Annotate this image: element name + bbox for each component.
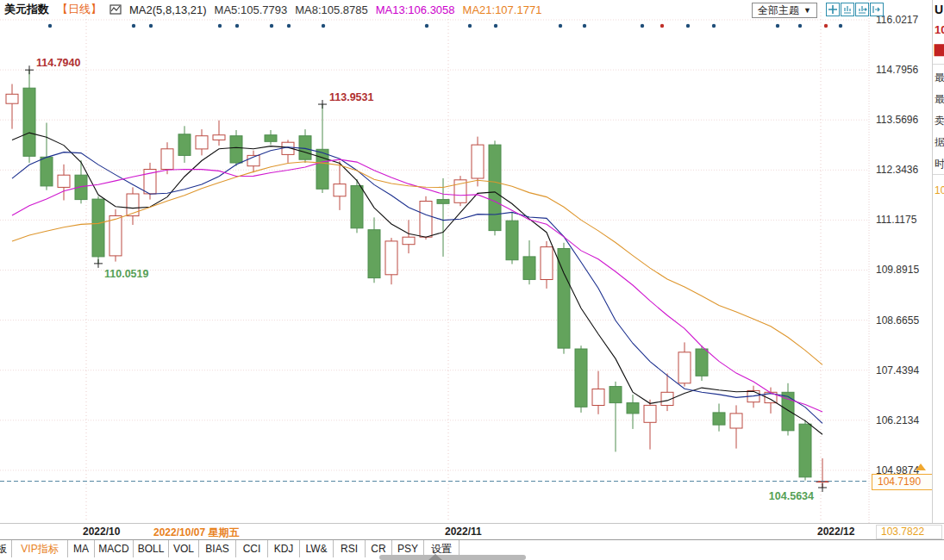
y-axis-label: 106.2134 xyxy=(876,414,919,426)
candle-body[interactable] xyxy=(644,405,656,422)
candle-body[interactable] xyxy=(678,352,691,383)
candle-body[interactable] xyxy=(127,194,139,216)
candle-body[interactable] xyxy=(58,175,70,187)
indicator-tab-rsi[interactable]: RSI xyxy=(334,540,366,557)
quote-panel-fragment: 时 xyxy=(935,157,944,171)
candle-body[interactable] xyxy=(696,349,708,376)
theme-dropdown-button[interactable]: 全部主题 ▼ xyxy=(752,3,817,18)
candle-body[interactable] xyxy=(592,389,604,406)
event-dot[interactable] xyxy=(132,24,135,28)
price-annotation: 113.9531 xyxy=(329,91,373,103)
indicator-tab-bias[interactable]: BIAS xyxy=(199,540,236,557)
event-dot[interactable] xyxy=(48,24,52,28)
event-dot[interactable] xyxy=(468,24,472,28)
candle-body[interactable] xyxy=(178,134,191,156)
candle-body[interactable] xyxy=(368,230,380,278)
indicator-tab-boll[interactable]: BOLL xyxy=(134,540,169,557)
candle-body[interactable] xyxy=(730,414,742,428)
candle-body[interactable] xyxy=(316,149,328,189)
month-label: 2022/10 xyxy=(83,526,120,538)
event-dot[interactable] xyxy=(686,24,690,28)
chart-tool-icon[interactable] xyxy=(109,3,122,16)
candle-body[interactable] xyxy=(196,136,208,149)
price-annotation: 110.0519 xyxy=(104,268,148,280)
event-dot[interactable] xyxy=(287,24,291,28)
event-dot[interactable] xyxy=(712,24,716,28)
event-dot-red[interactable] xyxy=(824,24,828,28)
event-dot[interactable] xyxy=(218,24,222,28)
indicator-tab-label: BOLL xyxy=(138,543,165,555)
symbol-name: 美元指数 xyxy=(4,2,49,17)
event-dot[interactable] xyxy=(839,24,842,28)
candle-body[interactable] xyxy=(472,145,484,178)
y-axis-label: 112.3436 xyxy=(876,164,918,176)
candle-body[interactable] xyxy=(265,135,277,142)
indicator-tab-label: LW& xyxy=(305,543,327,555)
candle-body[interactable] xyxy=(575,349,587,407)
candle-body[interactable] xyxy=(213,135,225,140)
price-annotation: 114.7940 xyxy=(36,57,80,69)
event-dot[interactable] xyxy=(322,24,325,28)
indicator-tab-label: BIAS xyxy=(205,543,228,555)
candlestick-chart[interactable]: 114.7940113.9531110.0519104.5634 xyxy=(0,0,871,523)
candle-body[interactable] xyxy=(92,199,104,257)
candle-body[interactable] xyxy=(610,387,622,403)
ma5-value: MA5:105.7793 xyxy=(215,3,288,16)
event-dot[interactable] xyxy=(149,24,153,28)
event-dot[interactable] xyxy=(425,24,428,28)
candle-body[interactable] xyxy=(161,149,173,170)
candle-body[interactable] xyxy=(351,186,363,228)
indicator-tab-vol[interactable]: VOL xyxy=(169,540,199,557)
candle-body[interactable] xyxy=(799,424,811,477)
candle-body[interactable] xyxy=(41,157,53,186)
expand-chart-icon[interactable] xyxy=(855,3,869,16)
extreme-cross-marker xyxy=(818,483,827,492)
candle-body[interactable] xyxy=(437,200,449,204)
candle-body[interactable] xyxy=(385,241,397,275)
candle-body[interactable] xyxy=(23,88,35,156)
candle-body[interactable] xyxy=(420,202,432,238)
candle-body[interactable] xyxy=(541,247,553,280)
quote-panel-fragment: 10 xyxy=(935,23,944,36)
candle-body[interactable] xyxy=(713,413,725,425)
indicator-tab-cci[interactable]: CCI xyxy=(236,540,268,557)
event-dot[interactable] xyxy=(798,24,802,28)
event-dot[interactable] xyxy=(583,24,586,28)
event-dot[interactable] xyxy=(494,24,497,28)
y-axis-label: 111.1175 xyxy=(876,214,916,226)
event-dot[interactable] xyxy=(641,24,644,28)
indicator-tab-vip[interactable]: VIP指标 xyxy=(12,540,68,557)
price-up-arrow-icon xyxy=(916,464,926,470)
event-dot[interactable] xyxy=(235,24,239,28)
candle-body[interactable] xyxy=(109,216,122,256)
quote-panel-cutoff: U10▆最最卖据时10 xyxy=(932,0,944,523)
candle-body[interactable] xyxy=(334,184,346,196)
date-axis: 103.7822 2022/102022/112022/122022/10/07… xyxy=(0,523,944,540)
candle-body[interactable] xyxy=(403,237,415,245)
indicator-tab-kdj[interactable]: KDJ xyxy=(268,540,300,557)
panel-expand-handle[interactable] xyxy=(379,555,526,560)
crosshair-icon[interactable] xyxy=(826,3,840,16)
event-dot-red[interactable] xyxy=(660,24,664,28)
theme-dropdown-label: 全部主题 xyxy=(758,3,799,18)
candle-body[interactable] xyxy=(230,136,242,163)
goto-latest-icon[interactable] xyxy=(870,3,884,16)
quote-panel-fragment: 最 xyxy=(935,71,944,85)
candle-body[interactable] xyxy=(506,221,518,260)
divider xyxy=(933,174,944,175)
indicator-tab-lw[interactable]: LW& xyxy=(300,540,334,557)
event-dot[interactable] xyxy=(559,24,562,28)
indicator-tab-ma[interactable]: MA xyxy=(68,540,95,557)
indicator-tab-[interactable]: 板 xyxy=(0,540,12,557)
indicator-tab-label: CCI xyxy=(243,543,261,555)
candle-body[interactable] xyxy=(299,136,311,160)
event-dot[interactable] xyxy=(776,24,779,28)
candle-body[interactable] xyxy=(6,94,18,103)
indicator-tab-label: CR xyxy=(371,543,385,555)
candle-body[interactable] xyxy=(489,145,501,231)
candle-body[interactable] xyxy=(627,403,639,414)
event-dot[interactable] xyxy=(270,24,273,28)
indicator-tab-macd[interactable]: MACD xyxy=(95,540,134,557)
candle-body[interactable] xyxy=(523,257,535,280)
compress-chart-icon[interactable] xyxy=(841,3,854,16)
